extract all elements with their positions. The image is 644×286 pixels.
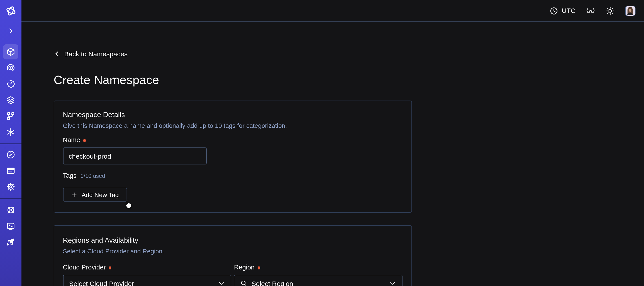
sidebar-item-schedules[interactable] bbox=[3, 76, 18, 92]
sidebar-divider bbox=[0, 198, 22, 199]
region-label: Region bbox=[234, 264, 255, 271]
back-to-namespaces-link[interactable]: Back to Namespaces bbox=[54, 50, 128, 58]
cloud-provider-label: Cloud Provider bbox=[63, 264, 106, 271]
main-content: Back to Namespaces Create Namespace Name… bbox=[22, 22, 644, 286]
required-dot bbox=[258, 266, 260, 269]
chevron-right-icon bbox=[7, 27, 14, 34]
sidebar-item-billing[interactable] bbox=[3, 163, 18, 178]
app-window: UTC bbox=[0, 0, 644, 286]
sidebar-item-getting-started[interactable] bbox=[3, 235, 18, 250]
card-title: Regions and Availability bbox=[63, 236, 402, 245]
sidebar-item-release-notes[interactable] bbox=[3, 219, 18, 234]
layers-icon bbox=[6, 95, 16, 105]
sidebar-item-workflows[interactable] bbox=[3, 60, 18, 75]
regions-availability-card: Regions and Availability Select a Cloud … bbox=[54, 225, 412, 286]
ship-wheel-icon bbox=[6, 205, 16, 215]
region-value: Select Region bbox=[252, 280, 294, 286]
back-label: Back to Namespaces bbox=[64, 50, 128, 58]
sidebar-divider bbox=[0, 143, 22, 144]
required-dot bbox=[109, 266, 112, 269]
rocket-icon bbox=[6, 237, 16, 247]
name-label: Name bbox=[63, 136, 80, 143]
sidebar-expand-button[interactable] bbox=[6, 26, 16, 36]
chevron-left-icon bbox=[54, 50, 60, 57]
cloud-provider-select[interactable]: Select Cloud Provider bbox=[63, 275, 231, 286]
temporal-logo-icon[interactable] bbox=[5, 5, 17, 17]
timezone-label: UTC bbox=[562, 7, 576, 14]
labs-toggle-button[interactable] bbox=[586, 6, 595, 15]
namespace-name-input[interactable] bbox=[63, 147, 206, 164]
sidebar bbox=[0, 0, 22, 286]
sidebar-item-usage[interactable] bbox=[3, 147, 18, 162]
sidebar-item-deployments[interactable] bbox=[3, 92, 18, 108]
cube-icon bbox=[6, 47, 16, 57]
gear-icon bbox=[6, 182, 16, 192]
add-new-tag-button[interactable]: Add New Tag bbox=[63, 188, 127, 202]
topbar: UTC bbox=[22, 0, 644, 22]
plus-icon bbox=[71, 192, 77, 198]
card-subtitle: Give this Namespace a name and optionall… bbox=[63, 122, 402, 129]
timer-icon bbox=[6, 79, 16, 89]
clock-icon bbox=[550, 6, 558, 15]
credit-card-icon bbox=[6, 166, 16, 176]
avatar-portrait bbox=[626, 6, 634, 15]
sidebar-item-batch-operations[interactable] bbox=[3, 109, 18, 124]
required-dot bbox=[83, 139, 86, 142]
theme-toggle-button[interactable] bbox=[606, 6, 615, 15]
sidebar-item-support[interactable] bbox=[3, 202, 18, 218]
user-avatar[interactable] bbox=[625, 5, 636, 16]
page-title: Create Namespace bbox=[54, 73, 644, 87]
card-title: Namespace Details bbox=[63, 111, 402, 119]
sidebar-item-settings[interactable] bbox=[3, 179, 18, 194]
spiral-icon bbox=[6, 63, 16, 73]
sidebar-item-namespaces[interactable] bbox=[3, 44, 18, 59]
branch-icon bbox=[6, 111, 16, 121]
sparkle-screen-icon bbox=[6, 221, 16, 231]
chevron-down-icon bbox=[218, 280, 225, 286]
tags-usage-count: 0/10 used bbox=[80, 173, 105, 179]
region-select[interactable]: Select Region bbox=[234, 275, 402, 286]
tags-label: Tags bbox=[63, 172, 76, 179]
search-icon bbox=[240, 280, 248, 286]
timezone-selector[interactable]: UTC bbox=[550, 6, 576, 15]
sun-icon bbox=[606, 6, 615, 15]
chevron-down-icon bbox=[389, 280, 396, 286]
add-new-tag-label: Add New Tag bbox=[82, 191, 119, 198]
card-subtitle: Select a Cloud Provider and Region. bbox=[63, 248, 402, 255]
sidebar-item-nexus[interactable] bbox=[3, 125, 18, 140]
glasses-icon bbox=[586, 6, 595, 15]
gauge-icon bbox=[6, 150, 16, 160]
asterisk-icon bbox=[6, 127, 16, 137]
namespace-details-card: Namespace Details Give this Namespace a … bbox=[54, 101, 412, 213]
cloud-provider-value: Select Cloud Provider bbox=[69, 280, 134, 286]
